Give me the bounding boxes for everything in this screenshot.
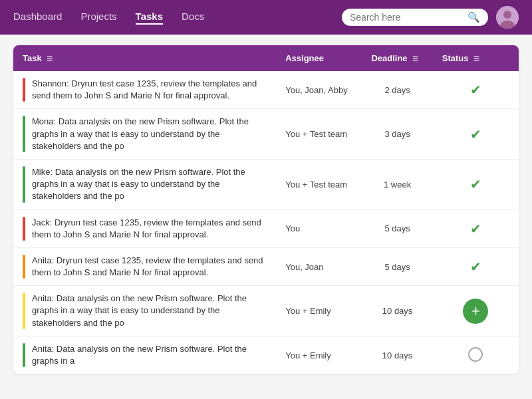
task-bar xyxy=(23,293,25,329)
task-cell-4: Anita: Dryrun test case 1235, review the… xyxy=(13,247,276,285)
task-cell-5: Anita: Data analysis on the new Prism so… xyxy=(13,286,276,336)
nav-projects[interactable]: Projects xyxy=(80,11,116,25)
status-cell-1: ✔ xyxy=(433,109,519,160)
svg-point-1 xyxy=(503,11,511,19)
table-row: Anita: Data analysis on the new Prism so… xyxy=(13,336,519,374)
check-icon: ✔ xyxy=(470,259,481,274)
col-header-deadline[interactable]: Deadline ☰ xyxy=(362,45,432,71)
check-icon: ✔ xyxy=(470,221,481,236)
assignee-cell-3: You xyxy=(276,209,362,247)
status-cell-6 xyxy=(433,336,519,374)
nav-dashboard[interactable]: Dashboard xyxy=(13,11,62,25)
navbar: Dashboard Projects Tasks Docs 🔍 xyxy=(0,0,532,35)
table-row: Jack: Dryrun test case 1235, review the … xyxy=(13,209,519,247)
task-bar xyxy=(23,78,25,102)
deadline-cell-0: 2 days xyxy=(362,71,432,109)
sort-icon-task: ☰ xyxy=(47,55,53,63)
col-header-status[interactable]: Status ☰ xyxy=(433,45,519,71)
sort-icon-deadline: ☰ xyxy=(412,55,418,63)
status-cell-4: ✔ xyxy=(433,247,519,285)
nav-tasks[interactable]: Tasks xyxy=(136,11,163,25)
table-row: Mona: Data analysis on the new Prism sof… xyxy=(13,109,519,160)
sort-icon-status: ☰ xyxy=(473,55,479,63)
assignee-cell-1: You + Test team xyxy=(276,109,362,160)
deadline-cell-5: 10 days xyxy=(362,286,432,336)
table-row: Anita: Dryrun test case 1235, review the… xyxy=(13,247,519,285)
task-table: Task ☰ Assignee Deadline ☰ Status ☰ S xyxy=(13,45,519,374)
task-cell-6: Anita: Data analysis on the new Prism so… xyxy=(13,336,276,374)
task-text: Anita: Data analysis on the new Prism so… xyxy=(32,343,267,367)
task-bar xyxy=(23,343,25,367)
table-row: Mike: Data analysis on the new Prism sof… xyxy=(13,159,519,209)
task-bar xyxy=(23,217,25,241)
task-bar xyxy=(23,255,25,279)
check-icon: ✔ xyxy=(470,82,481,97)
search-input[interactable] xyxy=(350,12,467,23)
nav-links: Dashboard Projects Tasks Docs xyxy=(13,11,204,25)
check-icon: ✔ xyxy=(470,127,481,142)
avatar[interactable] xyxy=(496,6,519,29)
task-text: Anita: Data analysis on the new Prism so… xyxy=(32,293,267,329)
status-outline-icon xyxy=(468,347,483,362)
assignee-cell-4: You, Joan xyxy=(276,247,362,285)
task-cell-3: Jack: Dryrun test case 1235, review the … xyxy=(13,209,276,247)
task-text: Anita: Dryrun test case 1235, review the… xyxy=(32,255,267,279)
deadline-cell-6: 10 days xyxy=(362,336,432,374)
task-cell-0: Shannon: Dryrun test case 1235, review t… xyxy=(13,71,276,109)
deadline-cell-2: 1 week xyxy=(362,159,432,209)
add-task-button[interactable]: + xyxy=(463,299,488,324)
deadline-cell-3: 5 days xyxy=(362,209,432,247)
status-cell-5[interactable]: + xyxy=(433,286,519,336)
table-row: Anita: Data analysis on the new Prism so… xyxy=(13,286,519,336)
task-cell-2: Mike: Data analysis on the new Prism sof… xyxy=(13,159,276,209)
task-bar xyxy=(23,166,25,203)
task-text: Mike: Data analysis on the new Prism sof… xyxy=(32,166,267,203)
nav-docs[interactable]: Docs xyxy=(182,11,204,25)
deadline-cell-4: 5 days xyxy=(362,247,432,285)
status-cell-0: ✔ xyxy=(433,71,519,109)
status-cell-3: ✔ xyxy=(433,209,519,247)
task-bar xyxy=(23,116,25,152)
assignee-cell-5: You + Emily xyxy=(276,286,362,336)
task-text: Shannon: Dryrun test case 1235, review t… xyxy=(32,78,267,102)
table-body: Shannon: Dryrun test case 1235, review t… xyxy=(13,71,519,374)
table-row: Shannon: Dryrun test case 1235, review t… xyxy=(13,71,519,109)
assignee-cell-6: You + Emily xyxy=(276,336,362,374)
col-header-task[interactable]: Task ☰ xyxy=(13,45,276,71)
task-text: Mona: Data analysis on the new Prism sof… xyxy=(32,116,267,152)
table-header-row: Task ☰ Assignee Deadline ☰ Status ☰ xyxy=(13,45,519,71)
search-wrapper: 🔍 xyxy=(342,9,488,26)
assignee-cell-0: You, Joan, Abby xyxy=(276,71,362,109)
check-icon: ✔ xyxy=(470,177,481,192)
status-cell-2: ✔ xyxy=(433,159,519,209)
col-header-assignee: Assignee xyxy=(276,45,362,71)
search-icon[interactable]: 🔍 xyxy=(467,11,480,23)
task-cell-1: Mona: Data analysis on the new Prism sof… xyxy=(13,109,276,160)
task-text: Jack: Dryrun test case 1235, review the … xyxy=(32,217,267,241)
deadline-cell-1: 3 days xyxy=(362,109,432,160)
main-content: Task ☰ Assignee Deadline ☰ Status ☰ S xyxy=(0,35,532,384)
assignee-cell-2: You + Test team xyxy=(276,159,362,209)
